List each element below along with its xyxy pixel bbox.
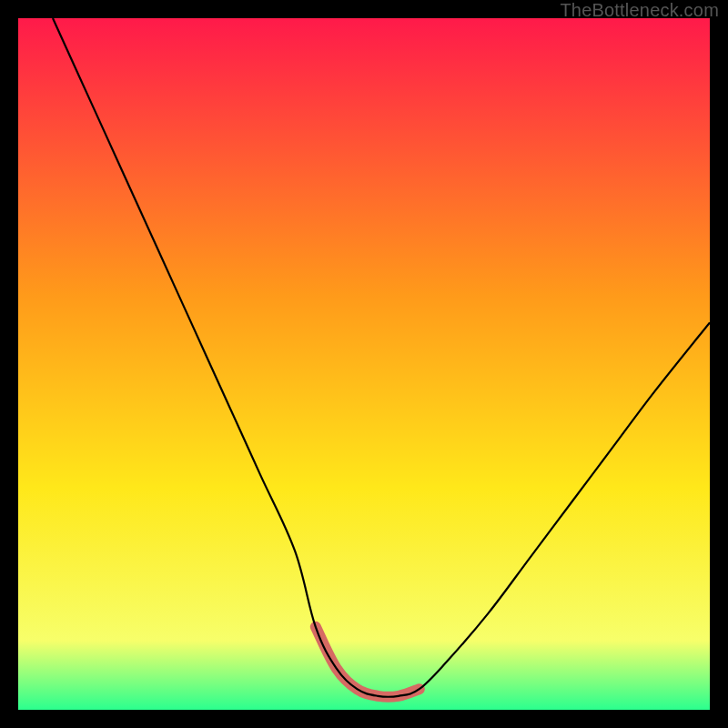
plot-area xyxy=(18,18,710,710)
curve-layer xyxy=(18,18,710,710)
watermark-text: TheBottleneck.com xyxy=(560,0,719,21)
chart-frame: TheBottleneck.com xyxy=(0,0,728,728)
bottleneck-curve xyxy=(53,18,710,697)
